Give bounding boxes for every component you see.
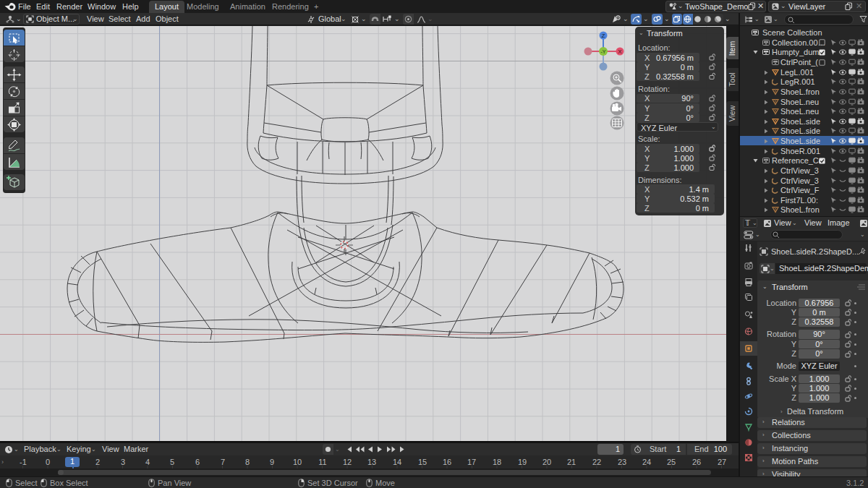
svg-text:Z: Z bbox=[602, 33, 605, 39]
svg-text:-Y: -Y bbox=[601, 49, 606, 54]
svg-text:X: X bbox=[618, 48, 622, 55]
